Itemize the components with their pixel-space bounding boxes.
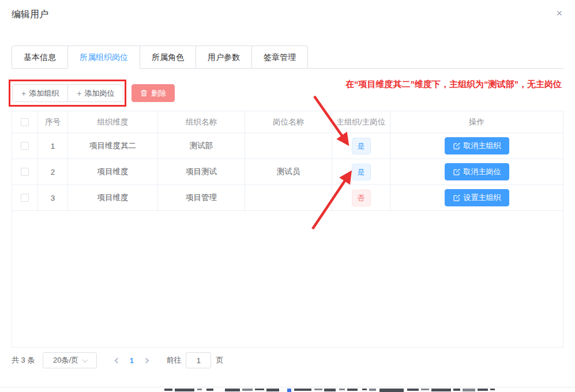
org-name-cell: 项目测试 [158, 159, 245, 185]
primary-status-badge: 是 [352, 164, 371, 180]
header-cell: 岗位名称 [245, 111, 332, 133]
org-dimension-cell: 项目维度其二 [68, 133, 158, 159]
row-checkbox[interactable] [21, 168, 29, 176]
tab-roles[interactable]: 所属角色 [140, 46, 196, 69]
clipped-glyph-fragment [431, 389, 451, 391]
header-cell-checkbox [12, 111, 38, 133]
add-organization-button[interactable]: + 添加组织 [12, 84, 68, 102]
add-button-group: + 添加组织 + 添加岗位 [12, 84, 123, 102]
tab-org-position[interactable]: 所属组织岗位 [67, 46, 140, 69]
org-name-cell: 项目管理 [158, 185, 245, 211]
post-name-cell: 测试员 [245, 159, 332, 185]
clipped-glyph-fragment [197, 389, 202, 390]
pagination-total: 共 3 条 [12, 355, 35, 365]
page-size-value: 20条/页 [53, 355, 78, 365]
select-all-checkbox[interactable] [21, 118, 29, 126]
prev-page-button[interactable] [110, 352, 125, 368]
chevron-left-icon [115, 357, 121, 363]
row-checkbox-cell [12, 185, 38, 211]
clipped-glyph-fragment [369, 389, 376, 391]
table-body: 1项目维度其二测试部是取消主组织2项目维度项目测试测试员是取消主岗位3项目维度项… [12, 133, 563, 211]
action-cell: 取消主组织 [390, 133, 563, 159]
clipped-glyph-fragment [255, 389, 264, 390]
clipped-glyph-fragment [324, 389, 336, 391]
org-post-table: 序号组织维度组织名称岗位名称主组织/主岗位操作 1项目维度其二测试部是取消主组织… [12, 111, 563, 348]
clipped-glyph-fragment [164, 389, 172, 391]
clipped-glyph-fragment [478, 389, 488, 391]
row-action-button[interactable]: 设置主组织 [445, 189, 509, 206]
clipped-glyph-fragment [379, 389, 404, 392]
org-dimension-cell: 项目维度 [68, 185, 158, 211]
clipped-glyph-fragment [453, 389, 460, 391]
chevron-right-icon [144, 357, 149, 363]
row-action-button[interactable]: 取消主组织 [445, 137, 509, 154]
table-row: 2项目维度项目测试测试员是取消主岗位 [12, 159, 563, 185]
action-cell: 取消主岗位 [390, 159, 563, 185]
org-dimension-cell: 项目维度 [68, 159, 158, 185]
add-organization-label: 添加组织 [29, 88, 59, 99]
edit-icon [453, 168, 460, 176]
goto-page-input[interactable] [186, 352, 211, 368]
row-checkbox[interactable] [21, 142, 29, 150]
org-name-cell: 测试部 [158, 133, 245, 159]
clipped-glyph-fragment [206, 389, 213, 391]
primary-status-cell: 是 [332, 159, 390, 185]
current-page-number[interactable]: 1 [125, 356, 138, 365]
row-action-label: 取消主组织 [464, 141, 501, 151]
clipped-glyph-fragment [266, 389, 279, 391]
table-header: 序号组织维度组织名称岗位名称主组织/主岗位操作 [12, 111, 563, 133]
goto-page-label: 前往 [166, 355, 181, 365]
page-size-select[interactable]: 20条/页 [43, 352, 97, 368]
pagination: 共 3 条 20条/页 1 前往 页 [12, 352, 223, 368]
clipped-glyph-fragment [242, 389, 253, 391]
delete-button[interactable]: 删除 [131, 84, 175, 102]
clipped-glyph-fragment [314, 389, 322, 390]
edit-icon [453, 194, 460, 202]
plus-icon: + [21, 89, 26, 98]
clipped-background-content [0, 387, 575, 392]
row-checkbox-cell [12, 133, 38, 159]
action-cell: 设置主组织 [390, 185, 563, 211]
page-unit-label: 页 [216, 355, 223, 365]
clipped-glyph-fragment [421, 389, 429, 390]
header-cell: 组织维度 [68, 111, 158, 133]
row-checkbox-cell [12, 159, 38, 185]
table-row: 3项目维度项目管理否设置主组织 [12, 185, 563, 211]
close-icon[interactable]: × [554, 6, 565, 21]
tabs-header: 基本信息所属组织岗位所属角色用户参数签章管理 [12, 46, 563, 69]
tab-user-params[interactable]: 用户参数 [196, 46, 251, 69]
row-action-button[interactable]: 取消主岗位 [445, 163, 509, 180]
clipped-glyph-fragment [362, 389, 367, 390]
annotation-text-top: 在“项目维度其二”维度下，主组织为“测试部”，无主岗位 [345, 79, 562, 90]
dialog-title: 编辑用户 [12, 9, 48, 21]
primary-status-badge: 是 [352, 138, 371, 154]
add-post-label: 添加岗位 [84, 88, 114, 99]
header-cell: 操作 [390, 111, 563, 133]
row-checkbox[interactable] [21, 194, 29, 202]
chevron-down-icon [82, 357, 88, 363]
trash-icon [140, 89, 148, 97]
next-page-button[interactable] [138, 352, 153, 368]
clipped-glyph-fragment [463, 389, 475, 391]
primary-status-cell: 是 [332, 133, 390, 159]
add-post-button[interactable]: + 添加岗位 [67, 84, 123, 102]
header-cell: 主组织/主岗位 [332, 111, 390, 133]
header-cell: 序号 [38, 111, 68, 133]
primary-status-badge: 否 [352, 190, 371, 206]
clipped-glyph-fragment [339, 389, 345, 390]
clipped-glyph-fragment [294, 389, 311, 391]
tab-basic-info[interactable]: 基本信息 [12, 46, 67, 69]
table-row: 1项目维度其二测试部是取消主组织 [12, 133, 563, 159]
clipped-glyph-fragment [175, 389, 194, 391]
primary-status-cell: 否 [332, 185, 390, 211]
delete-label: 删除 [151, 88, 166, 99]
clipped-glyph-fragment [225, 389, 240, 391]
clipped-glyph-fragment [347, 389, 358, 391]
tab-signature[interactable]: 签章管理 [251, 46, 307, 69]
edit-icon [453, 142, 460, 150]
row-index-cell: 3 [38, 185, 68, 211]
tabs-nav: 基本信息所属组织岗位所属角色用户参数签章管理 [12, 46, 308, 69]
post-name-cell [245, 133, 332, 159]
row-action-label: 设置主组织 [464, 193, 501, 203]
clipped-glyph-fragment [287, 389, 291, 392]
